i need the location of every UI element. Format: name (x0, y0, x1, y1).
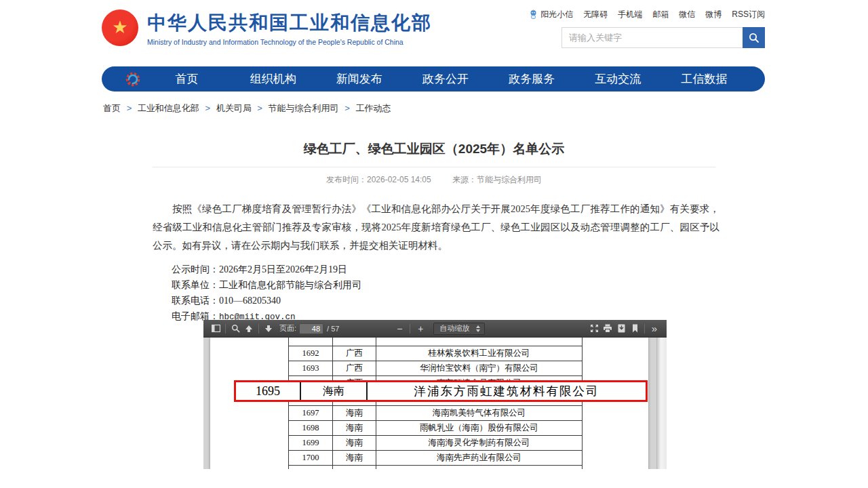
article-source: 来源：节能与综合利用司 (452, 175, 542, 184)
utility-link-mobile[interactable]: 手机端 (618, 9, 642, 20)
companies-table: 1692 广西 桂林紫泉饮料工业有限公司 1693 广西 华润怡宝饮料（南宁）有… (288, 338, 583, 469)
utility-link-sunshine[interactable]: 阳光小信 (529, 9, 573, 20)
table-row: 1692 广西 桂林紫泉饮料工业有限公司 (289, 346, 583, 361)
row-company: 海南海灵化学制药有限公司 (376, 436, 583, 451)
emblem-star-icon: ★ (112, 18, 127, 36)
breadcrumb-home[interactable]: 首页 (103, 103, 121, 113)
pdf-content-area: 1692 广西 桂林紫泉饮料工业有限公司 1693 广西 华润怡宝饮料（南宁）有… (203, 338, 667, 469)
table-row: 1699 海南 海南海灵化学制药有限公司 (289, 436, 583, 451)
national-emblem-icon: ★ (102, 9, 138, 46)
utility-link-mail[interactable]: 邮箱 (652, 9, 669, 20)
row-no: 1693 (289, 361, 333, 376)
row-province: 广西 (333, 361, 376, 376)
row-no: 1699 (289, 436, 333, 451)
nav-item-miit-data[interactable]: 工信数据 (661, 71, 747, 87)
pdf-page: 1692 广西 桂林紫泉饮料工业有限公司 1693 广西 华润怡宝饮料（南宁）有… (210, 338, 648, 469)
utility-link-rss[interactable]: RSS订阅 (732, 9, 765, 20)
utility-link-weibo[interactable]: 微博 (705, 9, 722, 20)
site-title: 中华人民共和国工业和信息化部 (147, 10, 432, 36)
table-row: 1697 海南 海南凯美特气体有限公司 (289, 406, 583, 421)
breadcrumb: 首页 > 工业和信息化部 > 机关司局 > 节能与综合利用司 > 工作动态 (103, 102, 391, 115)
row-company: 桂林紫泉饮料工业有限公司 (376, 346, 583, 361)
search-input[interactable] (562, 28, 743, 47)
zoom-select[interactable]: 自动缩放 (433, 323, 485, 335)
contact-unit: 联系单位：工业和信息化部节能与综合利用司 (172, 277, 361, 293)
nav-item-organization[interactable]: 组织机构 (230, 71, 316, 87)
row-province: 海南 (333, 421, 376, 436)
page-number-input[interactable] (299, 323, 323, 334)
page-down-icon[interactable] (262, 322, 275, 336)
pdf-toolbar: 页面: / 57 − + 自动缩放 » (203, 320, 667, 338)
select-caret-icon (476, 325, 480, 332)
row-company: 洋浦东方雨虹建筑材料有限公司 (368, 382, 646, 400)
zoom-out-icon[interactable]: − (392, 323, 407, 334)
nav-item-gov-services[interactable]: 政务服务 (489, 71, 575, 87)
table-row: 1693 广西 华润怡宝饮料（南宁）有限公司 (289, 361, 583, 376)
highlighted-row-callout: 1695 海南 洋浦东方雨虹建筑材料有限公司 (234, 380, 648, 402)
page-label: 页面: (279, 323, 296, 333)
row-province: 海南 (301, 382, 368, 400)
download-icon[interactable] (614, 322, 628, 336)
site-logo[interactable]: ★ 中华人民共和国工业和信息化部 Ministry of Industry an… (102, 9, 432, 46)
contact-phone: 联系电话：010—68205340 (172, 293, 361, 308)
utility-link-accessibility[interactable]: 无障碍 (583, 9, 608, 20)
publish-time: 发布时间：2026-02-05 14:05 (326, 175, 431, 184)
row-province: 海南 (333, 436, 376, 451)
breadcrumb-energy-dept[interactable]: 节能与综合利用司 (269, 103, 339, 113)
contact-block: 公示时间：2026年2月5日至2026年2月19日 联系单位：工业和信息化部节能… (153, 262, 361, 325)
nav-item-news[interactable]: 新闻发布 (316, 71, 402, 87)
site-subtitle: Ministry of Industry and Information Tec… (147, 38, 432, 46)
pdf-scrollbar[interactable] (656, 338, 667, 469)
utility-links: 阳光小信 无障碍 手机端 邮箱 微信 微博 RSS订阅 (529, 9, 765, 20)
presentation-mode-icon[interactable] (587, 322, 601, 336)
table-row-partial (289, 466, 583, 469)
article-meta: 发布时间：2026-02-05 14:05 来源：节能与综合利用司 (153, 174, 715, 186)
row-no: 1698 (289, 421, 333, 436)
more-tools-icon[interactable]: » (648, 322, 661, 336)
mascot-icon (529, 9, 538, 20)
nav-item-interaction[interactable]: 互动交流 (575, 71, 661, 87)
search-icon (749, 33, 760, 43)
pdf-viewer: 页面: / 57 − + 自动缩放 » (203, 320, 667, 470)
contact-time: 公示时间：2026年2月5日至2026年2月19日 (172, 262, 361, 277)
row-no: 1695 (236, 382, 301, 400)
sidebar-toggle-icon[interactable] (209, 322, 222, 336)
row-company: 华润怡宝饮料（南宁）有限公司 (376, 361, 583, 376)
article-paragraph: 按照《绿色工厂梯度培育及管理暂行办法》《工业和信息化部办公厅关于开展2025年度… (153, 200, 719, 255)
bookmark-icon[interactable] (628, 322, 642, 336)
table-row: 1700 海南 海南先声药业有限公司 (289, 451, 583, 466)
article-title: 绿色工厂、绿色工业园区（2025年）名单公示 (153, 140, 715, 158)
row-company: 海南先声药业有限公司 (376, 451, 583, 466)
find-icon[interactable] (229, 322, 242, 336)
row-province: 广西 (333, 346, 376, 361)
print-icon[interactable] (601, 322, 614, 336)
row-no: 1692 (289, 346, 333, 361)
row-no: 1697 (289, 406, 333, 421)
nav-item-home[interactable]: 首页 (144, 71, 230, 87)
row-no: 1700 (289, 451, 333, 466)
breadcrumb-work-updates[interactable]: 工作动态 (355, 103, 391, 113)
search-bar (561, 27, 765, 48)
row-province: 海南 (333, 451, 376, 466)
page-up-icon[interactable] (242, 322, 256, 336)
row-province: 海南 (333, 406, 376, 421)
main-nav: 首页 组织机构 新闻发布 政务公开 政务服务 互动交流 工信数据 (102, 66, 765, 92)
utility-link-wechat[interactable]: 微信 (679, 9, 695, 20)
title-divider (153, 167, 715, 167)
nav-gear-logo-icon (125, 71, 141, 87)
page-total: / 57 (327, 325, 339, 333)
breadcrumb-miit[interactable]: 工业和信息化部 (138, 103, 199, 113)
zoom-in-icon[interactable]: + (413, 323, 428, 334)
search-button[interactable] (743, 27, 765, 48)
nav-item-gov-disclosure[interactable]: 政务公开 (402, 71, 488, 87)
table-row-partial (289, 338, 583, 346)
table-row: 1698 海南 雨帆乳业（海南）股份有限公司 (289, 421, 583, 436)
breadcrumb-departments[interactable]: 机关司局 (216, 103, 252, 113)
row-company: 雨帆乳业（海南）股份有限公司 (376, 421, 583, 436)
row-company: 海南凯美特气体有限公司 (376, 406, 583, 421)
